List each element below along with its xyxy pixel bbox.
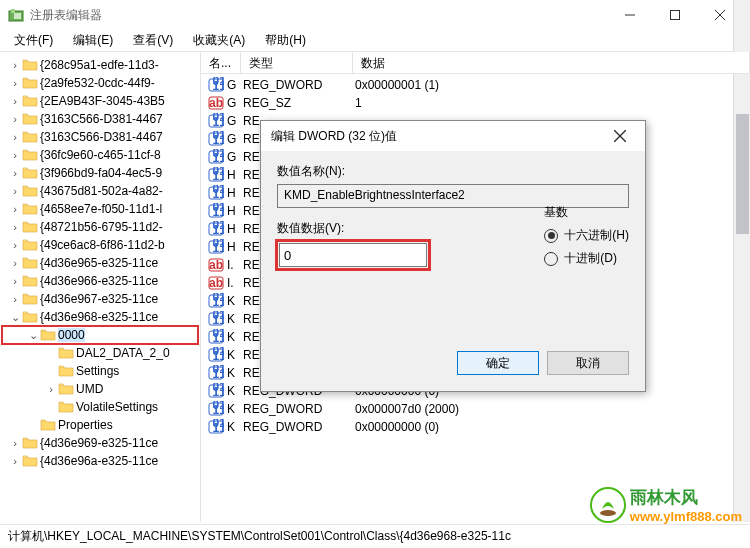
- tree-item[interactable]: ›{4658ee7e-f050-11d1-l: [2, 200, 198, 218]
- expand-icon[interactable]: ›: [8, 149, 22, 161]
- tree-item[interactable]: ›{3163C566-D381-4467: [2, 128, 198, 146]
- tree-item[interactable]: DAL2_DATA_2_0: [2, 344, 198, 362]
- tree-item[interactable]: ›{4d36e969-e325-11ce: [2, 434, 198, 452]
- dialog-close-button[interactable]: [605, 121, 635, 151]
- expand-icon[interactable]: ›: [8, 275, 22, 287]
- tree-item[interactable]: ›{48721b56-6795-11d2-: [2, 218, 198, 236]
- expand-icon[interactable]: ›: [8, 131, 22, 143]
- row-name: K: [227, 402, 239, 416]
- expand-icon[interactable]: ›: [8, 455, 22, 467]
- menu-favorites[interactable]: 收藏夹(A): [183, 30, 255, 52]
- tree-item[interactable]: ›UMD: [2, 380, 198, 398]
- edit-dword-dialog: 编辑 DWORD (32 位)值 数值名称(N): KMD_EnableBrig…: [260, 120, 646, 392]
- expand-icon[interactable]: ›: [8, 185, 22, 197]
- value-icon: ab: [207, 95, 225, 111]
- radio-hex[interactable]: 十六进制(H): [544, 227, 629, 244]
- list-row[interactable]: 011110GREG_DWORD0x00000001 (1): [201, 76, 750, 94]
- tree-item[interactable]: ›{3163C566-D381-4467: [2, 110, 198, 128]
- col-type[interactable]: 类型: [241, 52, 353, 73]
- svg-text:110: 110: [213, 349, 225, 363]
- tree-item-label: Properties: [58, 418, 113, 432]
- minimize-button[interactable]: [607, 0, 652, 30]
- row-name: K: [227, 294, 239, 308]
- expand-icon[interactable]: ›: [8, 113, 22, 125]
- expand-icon[interactable]: ›: [8, 239, 22, 251]
- tree-item-label: {4d36e969-e325-11ce: [40, 436, 158, 450]
- tree-item[interactable]: ›{4d36e96a-e325-11ce: [2, 452, 198, 470]
- watermark-url: www.ylmf888.com: [630, 509, 742, 524]
- list-row[interactable]: abGREG_SZ1: [201, 94, 750, 112]
- expand-icon[interactable]: ›: [8, 95, 22, 107]
- tree-item[interactable]: ›{4d36e965-e325-11ce: [2, 254, 198, 272]
- expand-icon[interactable]: ⌄: [8, 311, 22, 324]
- menu-edit[interactable]: 编辑(E): [63, 30, 123, 52]
- value-data-input[interactable]: [279, 243, 427, 267]
- tree-item[interactable]: Settings: [2, 362, 198, 380]
- row-name: K: [227, 366, 239, 380]
- cancel-button[interactable]: 取消: [547, 351, 629, 375]
- expand-icon[interactable]: ›: [8, 203, 22, 215]
- row-name: H: [227, 222, 239, 236]
- tree-item[interactable]: ›{2a9fe532-0cdc-44f9-: [2, 74, 198, 92]
- row-type: REG_DWORD: [239, 402, 351, 416]
- tree-item-label: {2a9fe532-0cdc-44f9-: [40, 76, 155, 90]
- radio-dec[interactable]: 十进制(D): [544, 250, 629, 267]
- tree-item[interactable]: ›{2EA9B43F-3045-43B5: [2, 92, 198, 110]
- tree-item-label: {36fc9e60-c465-11cf-8: [40, 148, 161, 162]
- tree-item[interactable]: ›{4d36e966-e325-11ce: [2, 272, 198, 290]
- tree-item[interactable]: VolatileSettings: [2, 398, 198, 416]
- expand-icon[interactable]: ›: [8, 293, 22, 305]
- svg-point-67: [600, 510, 616, 516]
- maximize-button[interactable]: [652, 0, 697, 30]
- svg-text:110: 110: [213, 313, 225, 327]
- svg-text:110: 110: [213, 331, 225, 345]
- row-name: K: [227, 420, 239, 434]
- expand-icon[interactable]: ›: [44, 383, 58, 395]
- list-row[interactable]: 011110KREG_DWORD0x000007d0 (2000): [201, 400, 750, 418]
- expand-icon[interactable]: ›: [8, 167, 22, 179]
- svg-text:110: 110: [213, 295, 225, 309]
- value-icon: 011110: [207, 401, 225, 417]
- tree-item-label: {4d36e96a-e325-11ce: [40, 454, 158, 468]
- expand-icon[interactable]: ›: [8, 221, 22, 233]
- row-name: G: [227, 132, 239, 146]
- menu-help[interactable]: 帮助(H): [255, 30, 316, 52]
- tree-item-label: {3f966bd9-fa04-4ec5-9: [40, 166, 162, 180]
- tree-item[interactable]: ›{49ce6ac8-6f86-11d2-b: [2, 236, 198, 254]
- tree-item[interactable]: ›{3f966bd9-fa04-4ec5-9: [2, 164, 198, 182]
- value-name-label: 数值名称(N):: [277, 163, 629, 180]
- window-title: 注册表编辑器: [30, 7, 607, 24]
- col-name[interactable]: 名...: [201, 52, 241, 73]
- tree-panel[interactable]: ›{268c95a1-edfe-11d3-›{2a9fe532-0cdc-44f…: [0, 52, 200, 522]
- tree-item-label: {4d36e966-e325-11ce: [40, 274, 158, 288]
- svg-text:110: 110: [213, 115, 225, 129]
- value-data-label: 数值数据(V):: [277, 220, 520, 237]
- row-name: G: [227, 78, 239, 92]
- menu-view[interactable]: 查看(V): [123, 30, 183, 52]
- expand-icon[interactable]: ›: [8, 77, 22, 89]
- tree-item[interactable]: ⌄{4d36e968-e325-11ce: [2, 308, 198, 326]
- value-icon: 011110: [207, 329, 225, 345]
- list-row[interactable]: 011110KREG_DWORD0x00000000 (0): [201, 418, 750, 436]
- row-name: I.: [227, 258, 239, 272]
- tree-item[interactable]: ›{4d36e967-e325-11ce: [2, 290, 198, 308]
- value-icon: 011110: [207, 419, 225, 435]
- tree-item[interactable]: ›{36fc9e60-c465-11cf-8: [2, 146, 198, 164]
- ok-button[interactable]: 确定: [457, 351, 539, 375]
- row-name: H: [227, 240, 239, 254]
- svg-text:110: 110: [213, 421, 225, 435]
- tree-item[interactable]: ›{268c95a1-edfe-11d3-: [2, 56, 198, 74]
- dialog-title: 编辑 DWORD (32 位)值: [271, 128, 605, 145]
- row-data: 1: [351, 96, 362, 110]
- menu-file[interactable]: 文件(F): [4, 30, 63, 52]
- tree-item[interactable]: ⌄0000: [2, 326, 198, 344]
- row-name: G: [227, 96, 239, 110]
- expand-icon[interactable]: ›: [8, 59, 22, 71]
- expand-icon[interactable]: ›: [8, 257, 22, 269]
- expand-icon[interactable]: ⌄: [26, 329, 40, 342]
- tree-item[interactable]: ›{43675d81-502a-4a82-: [2, 182, 198, 200]
- col-data[interactable]: 数据: [353, 52, 750, 73]
- tree-item[interactable]: Properties: [2, 416, 198, 434]
- expand-icon[interactable]: ›: [8, 437, 22, 449]
- list-scrollbar[interactable]: [733, 74, 750, 522]
